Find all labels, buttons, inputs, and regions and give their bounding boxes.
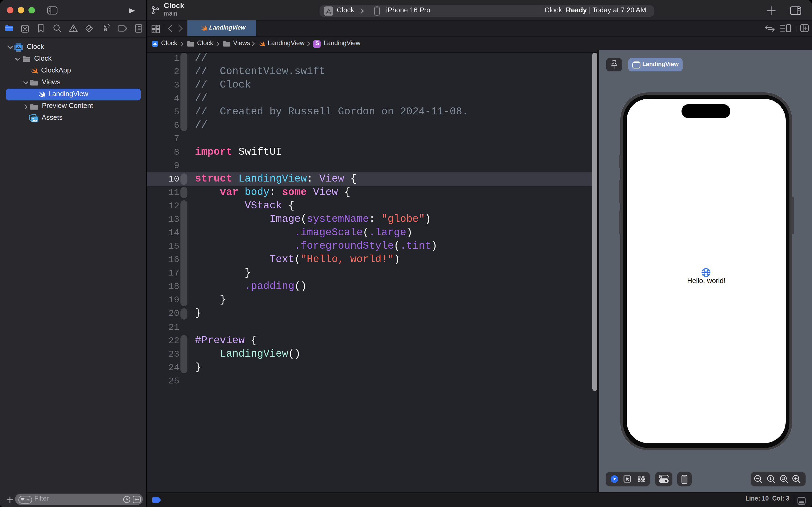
svg-text:1: 1: [769, 476, 771, 481]
